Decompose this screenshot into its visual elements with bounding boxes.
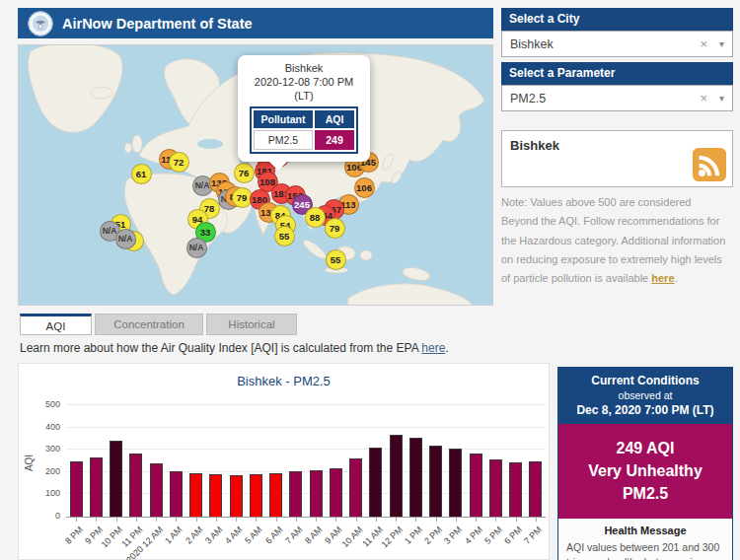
popup-col-pollutant: Pollutant bbox=[254, 110, 313, 128]
state-department-seal-icon bbox=[28, 11, 53, 36]
x-tick-label: 6 PM bbox=[502, 525, 524, 546]
note-here-link[interactable]: here bbox=[651, 272, 674, 284]
city-select[interactable]: Bishkek × ▾ bbox=[501, 31, 733, 57]
aqi-chart-card: Bishkek - PM2.5 AQI 0100200300400500 8 P… bbox=[18, 363, 550, 560]
chart-bar bbox=[150, 463, 163, 517]
learn-more-period: . bbox=[445, 341, 448, 355]
x-tick-label: 5 AM bbox=[243, 525, 264, 546]
chart-bar bbox=[409, 438, 422, 517]
learn-more-text: Learn more about how the Air Quality Ind… bbox=[20, 341, 449, 355]
x-tick-label: 6 AM bbox=[263, 525, 285, 546]
tab-concentration[interactable]: Concentration bbox=[95, 314, 203, 335]
world-aqi-map[interactable]: 1177261N/A135107N/A807976789433N/A51N/A9… bbox=[18, 44, 493, 306]
chevron-down-icon[interactable]: ▾ bbox=[719, 38, 724, 49]
chart-bar bbox=[529, 461, 542, 517]
chart-bar bbox=[110, 441, 122, 517]
health-message-section: Health Message AQI values between 201 an… bbox=[558, 519, 732, 560]
x-tick-label: 3 PM bbox=[443, 525, 465, 546]
aqi-marker[interactable]: 55 bbox=[274, 226, 295, 246]
gridline bbox=[66, 404, 546, 405]
x-tick-label: 3 AM bbox=[203, 525, 225, 546]
parameter-select-value: PM2.5 bbox=[510, 92, 700, 105]
chart-bar bbox=[310, 470, 323, 517]
x-tick-label: 2 AM bbox=[184, 525, 205, 546]
rss-icon[interactable] bbox=[693, 148, 726, 181]
aqi-marker[interactable]: N/A bbox=[186, 238, 207, 258]
clear-icon[interactable]: × bbox=[700, 91, 707, 105]
note-text: Note: Values above 500 are considered Be… bbox=[501, 196, 725, 284]
aqi-marker[interactable]: N/A bbox=[115, 229, 136, 249]
x-tick-label: 2 PM bbox=[422, 525, 444, 546]
learn-more-prefix: Learn more about how the Air Quality Ind… bbox=[20, 341, 421, 355]
y-tick-label: 200 bbox=[45, 466, 60, 476]
x-tick-label: 8 PM bbox=[63, 525, 85, 546]
map-popup: Bishkek 2020-12-08 7:00 PM (LT) Pollutan… bbox=[238, 55, 370, 162]
aqi-marker[interactable]: 79 bbox=[325, 218, 345, 239]
chart-bar bbox=[429, 446, 442, 517]
chart-bar bbox=[449, 449, 462, 517]
chart-bar bbox=[269, 473, 282, 517]
y-tick-label: 0 bbox=[55, 511, 60, 521]
y-tick-label: 500 bbox=[45, 399, 60, 409]
tab-aqi[interactable]: AQI bbox=[20, 314, 92, 335]
current-conditions-panel: Current Conditions observed at Dec 8, 20… bbox=[557, 367, 733, 560]
clear-icon[interactable]: × bbox=[700, 36, 707, 51]
tab-historical[interactable]: Historical bbox=[206, 314, 297, 335]
chart-y-ticks: 0100200300400500 bbox=[31, 405, 60, 517]
popup-table: Pollutant AQI PM2.5 249 bbox=[250, 106, 358, 154]
chart-bar bbox=[509, 462, 522, 517]
page-title: AirNow Department of State bbox=[62, 16, 253, 32]
aqi-marker[interactable]: 61 bbox=[131, 164, 152, 184]
aqi-marker[interactable]: 88 bbox=[305, 207, 326, 228]
current-conditions-title: Current Conditions bbox=[562, 374, 728, 387]
popup-datetime: 2020-12-08 7:00 PM (LT) bbox=[244, 76, 364, 104]
gridline bbox=[66, 427, 546, 428]
y-tick-label: 100 bbox=[45, 488, 60, 498]
chart-bar bbox=[330, 468, 342, 517]
parameter-select-header: Select a Parameter bbox=[501, 62, 733, 85]
x-tick-label: 8 AM bbox=[303, 525, 325, 546]
x-tick-label: 4 PM bbox=[463, 525, 484, 546]
aqi-marker[interactable]: 72 bbox=[169, 152, 189, 173]
epa-here-link[interactable]: here bbox=[421, 341, 445, 355]
city-select-value: Bishkek bbox=[510, 37, 700, 51]
chart-bar bbox=[230, 475, 243, 517]
chart-bar bbox=[189, 473, 202, 517]
parameter-select[interactable]: PM2.5 × ▾ bbox=[501, 85, 733, 111]
aqi-marker[interactable]: 55 bbox=[326, 249, 346, 270]
chart-xlabels: 8 PM9 PM10 PM11 PM2020 12 AM1 AM2 AM3 AM… bbox=[66, 518, 546, 559]
chart-bar bbox=[289, 471, 302, 517]
chart-bar bbox=[349, 458, 362, 517]
city-select-header: Select a City bbox=[501, 8, 733, 31]
aqi-marker[interactable]: 106 bbox=[354, 177, 375, 198]
aqi-marker[interactable]: 76 bbox=[234, 163, 255, 183]
current-conditions-header: Current Conditions observed at Dec 8, 20… bbox=[558, 368, 732, 424]
x-tick-label: 7 PM bbox=[523, 525, 545, 546]
chart-title: Bishkek - PM2.5 bbox=[19, 374, 549, 388]
chart-bar bbox=[489, 459, 502, 517]
chart-bar bbox=[369, 448, 382, 517]
y-tick-label: 400 bbox=[45, 422, 60, 432]
x-tick-label: 1 PM bbox=[403, 525, 424, 546]
health-message-title: Health Message bbox=[566, 525, 724, 536]
current-aqi-pollutant: PM2.5 bbox=[562, 482, 728, 505]
chart-bar bbox=[390, 435, 403, 517]
airnow-page: AirNow Department of State bbox=[0, 0, 740, 560]
popup-aqi-value: 249 bbox=[315, 130, 354, 150]
popup-pollutant-value: PM2.5 bbox=[254, 130, 313, 150]
chart-bar bbox=[129, 454, 142, 517]
chart-bar bbox=[170, 471, 183, 517]
x-tick: 7 PM bbox=[526, 518, 546, 559]
gridline bbox=[66, 449, 546, 450]
x-tick-label: 1 AM bbox=[163, 525, 185, 546]
observed-datetime: Dec 8, 2020 7:00 PM (LT) bbox=[562, 403, 728, 417]
beyond-aqi-note: Note: Values above 500 are considered Be… bbox=[501, 193, 730, 288]
y-tick-label: 300 bbox=[45, 444, 60, 454]
chevron-down-icon[interactable]: ▾ bbox=[719, 93, 724, 104]
chart-bar bbox=[470, 454, 482, 517]
observed-at-label: observed at bbox=[562, 389, 728, 401]
chart-bar bbox=[70, 461, 83, 518]
rss-feed-box: Bishkek bbox=[501, 130, 733, 187]
chart-bar bbox=[250, 474, 262, 517]
note-period: . bbox=[675, 272, 678, 284]
